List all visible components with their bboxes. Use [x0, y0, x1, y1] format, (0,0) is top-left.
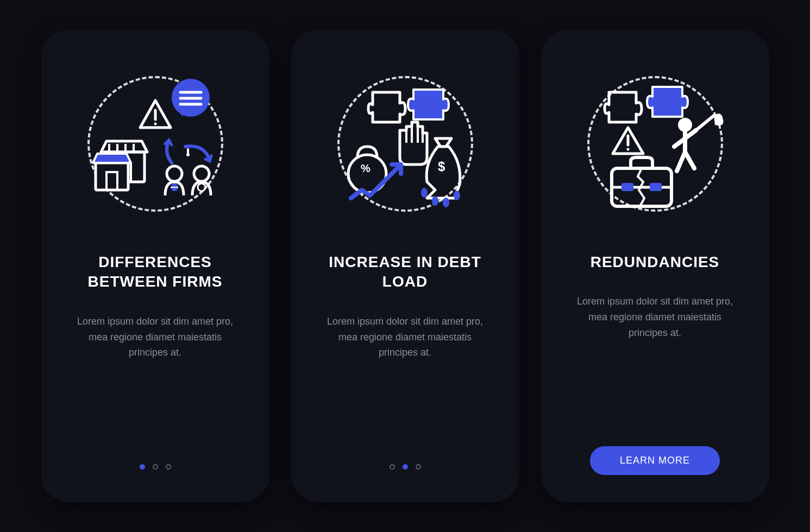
- debt-load-icon: % $: [329, 68, 481, 220]
- pagination-dots: [390, 464, 421, 470]
- svg-text:$: $: [438, 159, 445, 174]
- onboarding-card-2: % $ INCREASE IN DEBT LOAD Lorem ipsum do…: [291, 30, 519, 502]
- svg-rect-12: [96, 163, 128, 190]
- card-body: Lorem ipsum dolor sit dim amet pro, mea …: [63, 314, 248, 360]
- card-body: Lorem ipsum dolor sit dim amet pro, mea …: [313, 314, 498, 360]
- svg-point-16: [194, 166, 209, 181]
- onboarding-card-3: REDUNDANCIES Lorem ipsum dolor sit dim a…: [541, 30, 769, 502]
- svg-point-17: [198, 183, 205, 191]
- svg-rect-37: [650, 183, 662, 191]
- dot-3[interactable]: [416, 464, 421, 470]
- svg-point-32: [626, 148, 629, 151]
- dot-1[interactable]: [140, 464, 145, 470]
- card-body: Lorem ipsum dolor sit dim amet pro, mea …: [563, 294, 748, 340]
- svg-point-5: [154, 123, 156, 125]
- learn-more-button[interactable]: LEARN MORE: [590, 446, 720, 475]
- dot-3[interactable]: [166, 464, 171, 470]
- svg-point-28: [432, 196, 438, 206]
- dot-2[interactable]: [153, 464, 158, 470]
- svg-text:%: %: [361, 162, 371, 174]
- svg-point-27: [421, 188, 428, 198]
- svg-point-30: [454, 191, 460, 200]
- svg-point-29: [443, 198, 449, 207]
- card-heading: INCREASE IN DEBT LOAD: [313, 252, 498, 292]
- card-heading: DIFFERENCES BETWEEN FIRMS: [63, 252, 248, 292]
- onboarding-card-1: DIFFERENCES BETWEEN FIRMS Lorem ipsum do…: [41, 30, 269, 502]
- redundancies-icon: [579, 68, 731, 220]
- svg-line-34: [696, 116, 714, 130]
- firms-difference-icon: [79, 68, 231, 220]
- card-heading: REDUNDANCIES: [580, 252, 731, 272]
- dot-1[interactable]: [390, 464, 395, 470]
- svg-point-14: [167, 166, 182, 181]
- pagination-dots: [140, 464, 171, 470]
- svg-rect-36: [621, 183, 633, 191]
- dot-2[interactable]: [403, 464, 408, 470]
